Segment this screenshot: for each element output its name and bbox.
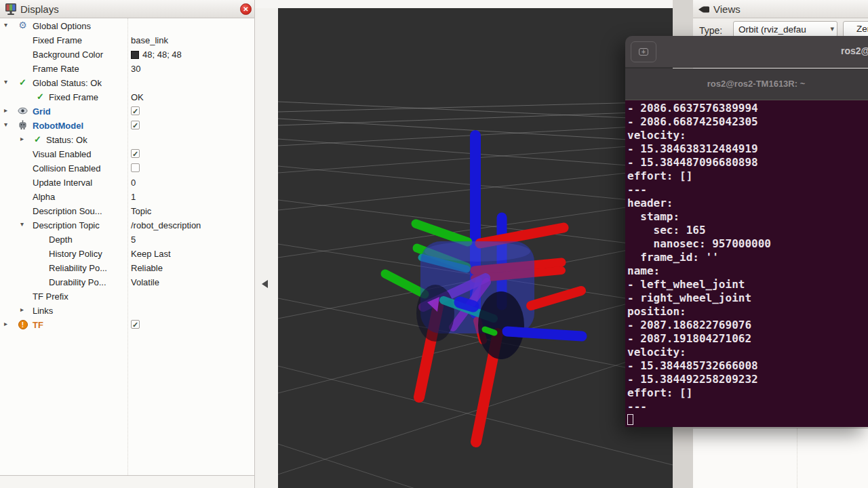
- zero-button[interactable]: Zero: [843, 21, 868, 37]
- tree-value-background-color[interactable]: 48; 48; 48: [131, 49, 182, 60]
- collapse-arrow-icon[interactable]: ▸: [4, 106, 7, 114]
- tree-row-tf[interactable]: ▸!TF✓: [0, 318, 254, 332]
- tree-row-frame-rate[interactable]: Frame Rate30: [0, 62, 254, 76]
- tree-row-global-options[interactable]: ▾⚙Global Options: [0, 19, 254, 33]
- terminal-line: nanosec: 957000000: [627, 237, 868, 251]
- tree-label-fixed-frame: Fixed Frame: [49, 92, 98, 102]
- tree-row-update-interval[interactable]: Update Interval0: [0, 176, 254, 190]
- tree-label-global-options: Global Options: [33, 21, 91, 31]
- views-list-area[interactable]: [693, 428, 868, 488]
- checkbox-tf[interactable]: ✓: [131, 320, 140, 329]
- gear-icon: ⚙: [18, 20, 27, 30]
- collapse-arrow-icon[interactable]: ▸: [20, 135, 24, 142]
- expand-arrow-icon[interactable]: ▾: [4, 21, 7, 28]
- tree-label-tf: TF: [33, 320, 43, 330]
- view-type-value: Orbit (rviz_defau: [738, 24, 806, 35]
- terminal-tab-label[interactable]: ros2@ros2-TM1613R: ~: [707, 79, 806, 89]
- chevron-down-icon: ▾: [830, 24, 834, 33]
- terminal-titlebar[interactable]: + ros2@ros2-TM1613R: ~: [625, 36, 868, 68]
- rviz-window: Displays ✕ ▾⚙Global OptionsFixed Frameba…: [0, 0, 868, 488]
- tree-value-description-topic[interactable]: /robot_description: [131, 220, 201, 230]
- tree-label-tf-prefix: TF Prefix: [33, 291, 68, 302]
- terminal-line: - 15.384487096680898: [627, 156, 868, 169]
- tree-label-description-topic: Description Topic: [33, 220, 100, 230]
- tree-value-fixed-frame[interactable]: base_link: [131, 35, 168, 45]
- expand-arrow-icon[interactable]: ▾: [4, 78, 7, 85]
- tree-value-update-interval[interactable]: 0: [131, 178, 136, 188]
- displays-panel-header[interactable]: Displays ✕: [0, 0, 254, 18]
- close-icon[interactable]: ✕: [240, 3, 252, 15]
- tree-label-description-sou: Description Sou...: [33, 206, 102, 216]
- tree-label-depth: Depth: [49, 235, 73, 245]
- tree-row-history-policy[interactable]: History PolicyKeep Last: [0, 247, 254, 261]
- terminal-line: - 2086.6637576389994: [627, 102, 868, 115]
- new-tab-button[interactable]: +: [631, 41, 656, 62]
- left-splitter[interactable]: [255, 0, 278, 488]
- tree-label-global-status-ok: Global Status: Ok: [33, 78, 102, 88]
- tree-label-collision-enabled: Collision Enabled: [33, 163, 100, 174]
- checkbox-grid[interactable]: ✓: [131, 106, 140, 115]
- tree-row-links[interactable]: ▸Links: [0, 304, 254, 318]
- tree-row-alpha[interactable]: Alpha1: [0, 190, 254, 204]
- 3d-viewport[interactable]: [255, 0, 673, 488]
- checkbox-collision-enabled[interactable]: [131, 163, 140, 172]
- tree-row-robotmodel[interactable]: ▾RobotModel✓: [0, 119, 254, 133]
- tree-value-fixed-frame[interactable]: OK: [131, 92, 144, 102]
- tree-value-reliability-po[interactable]: Reliable: [131, 263, 163, 273]
- terminal-line: position:: [627, 305, 868, 319]
- terminal-line: - 2086.6687425042305: [627, 115, 868, 129]
- tree-label-durability-po: Durability Po...: [49, 277, 106, 287]
- tree-value-alpha[interactable]: 1: [131, 192, 136, 202]
- terminal-output[interactable]: - 2086.6637576389994- 2086.6687425042305…: [625, 100, 868, 427]
- displays-panel: Displays ✕ ▾⚙Global OptionsFixed Frameba…: [0, 0, 255, 488]
- tree-row-status-ok[interactable]: ▸✓Status: Ok: [0, 133, 254, 147]
- checkbox-visual-enabled[interactable]: ✓: [131, 149, 140, 158]
- displays-property-tree: ▾⚙Global OptionsFixed Framebase_linkBack…: [0, 18, 254, 475]
- tree-label-fixed-frame: Fixed Frame: [33, 35, 82, 45]
- displays-panel-footer: [0, 475, 254, 488]
- tree-value-history-policy[interactable]: Keep Last: [131, 249, 171, 259]
- tree-row-durability-po[interactable]: Durability Po...Volatile: [0, 275, 254, 289]
- tree-row-description-sou[interactable]: Description Sou...Topic: [0, 204, 254, 218]
- tf-z-axis-right: [507, 331, 582, 336]
- right-wheel: [478, 291, 524, 359]
- views-panel-title: Views: [713, 3, 741, 15]
- terminal-line: velocity:: [627, 346, 868, 359]
- tree-value-frame-rate[interactable]: 30: [131, 64, 140, 74]
- terminal-window-title: ros2@ros2-TM1613R: ~: [841, 45, 868, 56]
- collapse-arrow-icon[interactable]: ▸: [20, 306, 24, 313]
- tree-row-visual-enabled[interactable]: Visual Enabled✓: [0, 147, 254, 161]
- tree-row-collision-enabled[interactable]: Collision Enabled: [0, 161, 254, 176]
- tree-row-fixed-frame[interactable]: ✓Fixed FrameOK: [0, 90, 254, 104]
- checkbox-robotmodel[interactable]: ✓: [131, 121, 140, 129]
- tree-row-global-status-ok[interactable]: ▾✓Global Status: Ok: [0, 76, 254, 90]
- views-panel-header[interactable]: Views: [693, 0, 868, 18]
- terminal-line: effort: []: [627, 169, 868, 183]
- terminal-line: name:: [627, 264, 868, 278]
- tree-row-depth[interactable]: Depth5: [0, 232, 254, 247]
- collapse-arrow-icon[interactable]: ▸: [4, 320, 7, 327]
- tree-row-grid[interactable]: ▸Grid✓: [0, 104, 254, 119]
- tree-row-fixed-frame[interactable]: Fixed Framebase_link: [0, 33, 254, 47]
- tree-row-tf-prefix[interactable]: TF Prefix: [0, 289, 254, 304]
- terminal-line: frame_id: '': [627, 251, 868, 264]
- view-type-select[interactable]: Orbit (rviz_defau ▾: [733, 21, 837, 37]
- views-list-column-divider: [797, 428, 797, 488]
- terminal-window[interactable]: + ros2@ros2-TM1613R: ~ ros2@ros2-TM1613R…: [625, 36, 868, 427]
- terminal-cursor-line: [627, 413, 868, 427]
- expand-arrow-icon[interactable]: ▾: [4, 121, 7, 128]
- expand-arrow-icon[interactable]: ▾: [20, 220, 24, 228]
- tree-value-durability-po[interactable]: Volatile: [131, 277, 159, 287]
- tree-value-depth[interactable]: 5: [131, 235, 136, 245]
- tree-value-description-sou[interactable]: Topic: [131, 206, 151, 216]
- tree-row-reliability-po[interactable]: Reliability Po...Reliable: [0, 261, 254, 275]
- tree-label-update-interval: Update Interval: [33, 178, 92, 188]
- tree-row-description-topic[interactable]: ▾Description Topic/robot_description: [0, 218, 254, 232]
- tree-label-history-policy: History Policy: [49, 249, 102, 259]
- terminal-line: - 2087.191804271062: [627, 332, 868, 346]
- tree-row-background-color[interactable]: Background Color48; 48; 48: [0, 47, 254, 62]
- terminal-tab-bar[interactable]: ros2@ros2-TM1613R: ~: [625, 68, 868, 100]
- terminal-line: ---: [627, 400, 868, 413]
- tree-label-robotmodel: RobotModel: [33, 121, 83, 131]
- terminal-line: - 2087.186822769076: [627, 319, 868, 332]
